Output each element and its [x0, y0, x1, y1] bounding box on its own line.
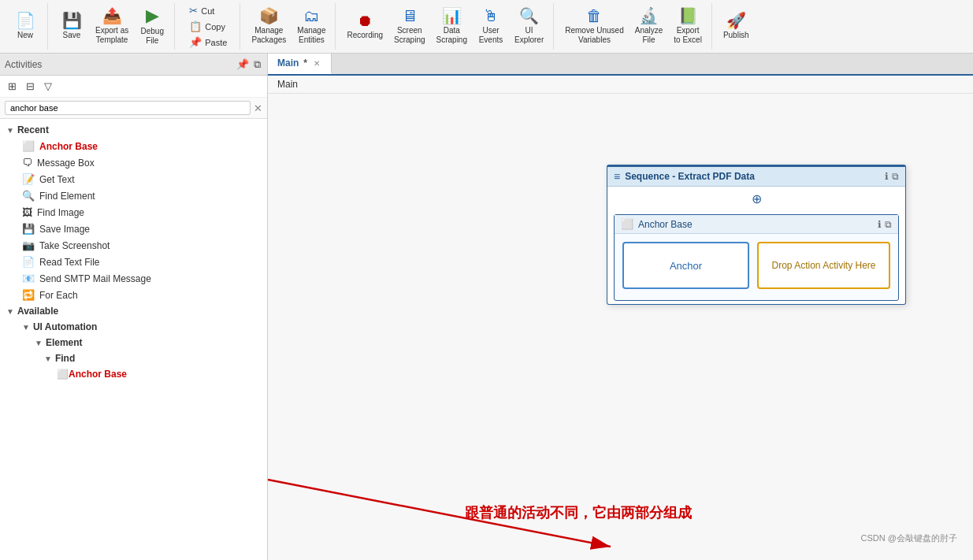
- tree-item-get-text[interactable]: 📝 Get Text: [0, 171, 267, 187]
- publish-button[interactable]: 🚀 Publish: [719, 4, 754, 50]
- toolbar: 📄 New 💾 Save 📤 Export as Template ▶ Debu…: [0, 0, 973, 54]
- tree-item-read-text-file[interactable]: 📄 Read Text File: [0, 254, 267, 270]
- manage-entities-icon: 🗂: [303, 8, 319, 24]
- find-image-icon: 🖼: [22, 206, 32, 218]
- manage-packages-label: Manage Packages: [251, 26, 286, 45]
- expand-all-button[interactable]: ⊞: [5, 79, 20, 94]
- publish-icon: 🚀: [726, 13, 746, 28]
- element-header[interactable]: ▼ Element: [0, 335, 267, 350]
- data-scraping-button[interactable]: 📊 Data Scraping: [432, 4, 472, 50]
- find-element-label: Find Element: [39, 191, 95, 202]
- recent-label: Recent: [17, 124, 49, 135]
- anchor-base-sub-label: Anchor Base: [69, 369, 127, 380]
- save-label: Save: [63, 31, 81, 40]
- new-button[interactable]: 📄 New: [8, 4, 43, 50]
- recent-chevron: ▼: [6, 126, 14, 135]
- float-panel-button[interactable]: ⧉: [252, 57, 262, 72]
- toolbar-group-edit: ✂ Cut 📋 Copy 📌 Paste: [176, 3, 240, 50]
- manage-packages-icon: 📦: [259, 8, 279, 24]
- paste-label: Paste: [205, 38, 227, 47]
- ui-automation-label: UI Automation: [33, 321, 98, 332]
- element-label: Element: [46, 337, 83, 348]
- save-button[interactable]: 💾 Save: [54, 4, 89, 50]
- export-template-button[interactable]: 📤 Export as Template: [91, 4, 133, 50]
- new-icon: 📄: [16, 13, 35, 28]
- search-input[interactable]: [5, 101, 251, 115]
- arrow-overlay: [268, 94, 973, 560]
- paste-button[interactable]: 📌 Paste: [183, 35, 233, 50]
- watermark-text: CSDN @会敲键盘的肘子: [861, 533, 957, 543]
- sequence-collapse-icon[interactable]: ⧉: [892, 171, 899, 182]
- pin-panel-button[interactable]: 📌: [235, 57, 251, 72]
- for-each-icon: 🔁: [22, 289, 35, 301]
- ui-explorer-label: UI Explorer: [514, 26, 544, 45]
- analyze-file-button[interactable]: 🔬 Analyze File: [630, 4, 668, 50]
- screen-scraping-button[interactable]: 🖥 Screen Scraping: [389, 4, 429, 50]
- anchor-base-header-right: ℹ ⧉: [878, 219, 892, 230]
- anchor-box[interactable]: Anchor: [622, 242, 749, 289]
- anchor-base-info-icon[interactable]: ℹ: [878, 219, 882, 230]
- anchor-base-header-left: ⬜ Anchor Base: [621, 218, 693, 230]
- toolbar-group-file: 💾 Save 📤 Export as Template ▶ Debug File: [50, 3, 175, 50]
- ui-explorer-icon: 🔍: [519, 8, 539, 24]
- cut-button[interactable]: ✂ Cut: [183, 3, 233, 18]
- sequence-header-right: ℹ ⧉: [885, 171, 899, 182]
- tab-close-button[interactable]: ✕: [312, 59, 321, 68]
- debug-label: Debug File: [141, 27, 164, 46]
- anchor-base-label: Anchor Base: [39, 141, 98, 152]
- manage-packages-button[interactable]: 📦 Manage Packages: [247, 4, 291, 50]
- message-box-label: Message Box: [37, 158, 95, 169]
- user-events-label: User Events: [479, 26, 503, 45]
- activities-header: Activities 📌 ⧉: [0, 54, 267, 76]
- find-header[interactable]: ▼ Find: [0, 350, 267, 366]
- tab-modified-indicator: *: [303, 57, 307, 69]
- export-excel-icon: 📗: [678, 8, 698, 24]
- tree-item-send-smtp[interactable]: 📧 Send SMTP Mail Message: [0, 270, 267, 287]
- anchor-base-title: Anchor Base: [638, 219, 693, 230]
- find-image-label: Find Image: [37, 207, 84, 218]
- ui-automation-header[interactable]: ▼ UI Automation: [0, 319, 267, 335]
- anchor-base-icon: ⬜: [22, 140, 35, 152]
- available-label: Available: [17, 306, 58, 317]
- recent-section-header[interactable]: ▼ Recent: [0, 122, 267, 138]
- search-clear-button[interactable]: ✕: [254, 102, 262, 114]
- tree-item-message-box[interactable]: 🗨 Message Box: [0, 154, 267, 171]
- canvas-workspace[interactable]: ≡ Sequence - Extract PDF Data ℹ ⧉ ⊕: [268, 94, 973, 560]
- tree-item-find-image[interactable]: 🖼 Find Image: [0, 204, 267, 221]
- recording-button[interactable]: ⏺ Recording: [342, 4, 388, 50]
- sequence-add-button[interactable]: ⊕: [607, 187, 905, 211]
- filter-button[interactable]: ▽: [41, 79, 55, 94]
- copy-label: Copy: [205, 22, 225, 32]
- annotation-content: 跟普通的活动不同，它由两部分组成: [465, 505, 692, 521]
- available-chevron: ▼: [6, 307, 14, 316]
- tab-main[interactable]: Main * ✕: [268, 54, 332, 74]
- manage-entities-button[interactable]: 🗂 Manage Entities: [292, 4, 330, 50]
- user-events-button[interactable]: 🖱 User Events: [474, 4, 508, 50]
- anchor-base-sub-icon: ⬜: [57, 369, 69, 380]
- tree-item-anchor-base-sub[interactable]: ⬜ Anchor Base: [0, 366, 267, 382]
- ui-explorer-button[interactable]: 🔍 UI Explorer: [510, 4, 548, 50]
- remove-unused-button[interactable]: 🗑 Remove Unused Variables: [560, 4, 628, 50]
- tree-item-for-each[interactable]: 🔁 For Each: [0, 287, 267, 303]
- add-icon: ⊕: [752, 191, 762, 206]
- collapse-all-button[interactable]: ⊟: [23, 79, 38, 94]
- tree-item-save-image[interactable]: 💾 Save Image: [0, 221, 267, 237]
- export-template-icon: 📤: [102, 8, 122, 24]
- activities-title: Activities: [5, 59, 42, 70]
- action-box[interactable]: Drop Action Activity Here: [757, 242, 890, 289]
- anchor-base-header-icon: ⬜: [621, 218, 633, 230]
- search-area: ✕: [0, 98, 267, 119]
- tree-item-take-screenshot[interactable]: 📷 Take Screenshot: [0, 237, 267, 254]
- anchor-base-collapse-icon[interactable]: ⧉: [885, 219, 892, 230]
- take-screenshot-label: Take Screenshot: [39, 240, 110, 251]
- anchor-base-body: Anchor Drop Action Activity Here: [615, 234, 898, 294]
- sequence-header-left: ≡ Sequence - Extract PDF Data: [614, 170, 755, 183]
- copy-button[interactable]: 📋 Copy: [183, 19, 233, 34]
- debug-button[interactable]: ▶ Debug File: [135, 4, 169, 50]
- sequence-info-icon[interactable]: ℹ: [885, 171, 889, 182]
- canvas-area: Main * ✕ Main ≡ Sequence - Extract PDF D…: [268, 54, 973, 560]
- tree-item-find-element[interactable]: 🔍 Find Element: [0, 187, 267, 204]
- tree-item-anchor-base-recent[interactable]: ⬜ Anchor Base: [0, 138, 267, 154]
- export-excel-button[interactable]: 📗 Export to Excel: [669, 4, 707, 50]
- available-section-header[interactable]: ▼ Available: [0, 303, 267, 319]
